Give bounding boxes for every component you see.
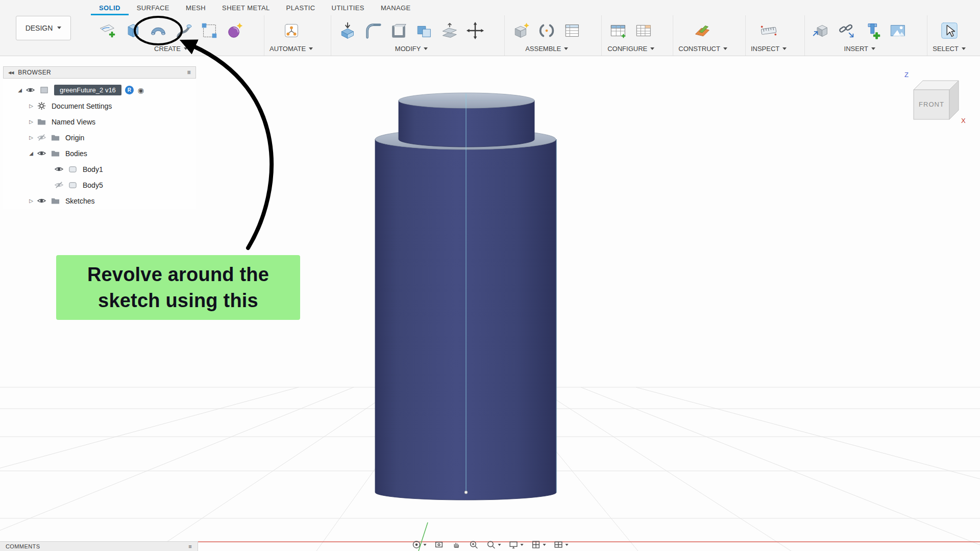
browser-panel: ◀◀ BROWSER ≡ ◢ greenFuture_2 v16 R ◉ ▷ D…	[3, 66, 196, 209]
collapse-panel-icon[interactable]: ◀◀	[8, 70, 13, 75]
sketch-point[interactable]	[464, 491, 468, 494]
tab-utilities[interactable]: UTILITIES	[324, 0, 373, 15]
browser-header: ◀◀ BROWSER ≡	[3, 66, 196, 79]
chevron-down-icon	[424, 47, 428, 50]
joint-icon[interactable]	[535, 19, 558, 42]
new-component-icon[interactable]	[510, 19, 532, 42]
bom-icon[interactable]	[561, 19, 583, 42]
insert-dropdown[interactable]: INSERT	[844, 45, 875, 54]
body1-model[interactable]	[375, 93, 556, 500]
chevron-down-icon	[543, 544, 546, 546]
configure-dropdown[interactable]: CONFIGURE	[607, 45, 654, 54]
visibility-eye-off-icon[interactable]	[54, 180, 64, 190]
shell-icon[interactable]	[387, 19, 410, 42]
insert-link-icon[interactable]	[836, 19, 858, 42]
toolbar-group-configure: CONFIGURE	[601, 15, 660, 56]
toolbar-group-automate: AUTOMATE	[264, 15, 318, 56]
revolve-icon[interactable]	[147, 19, 169, 42]
tab-manage[interactable]: MANAGE	[373, 0, 419, 15]
tab-sheet-metal[interactable]: SHEET METAL	[214, 0, 278, 15]
toolbar-group-insert: INSERT	[804, 15, 914, 56]
expand-collapse-icon[interactable]: ▷	[26, 198, 37, 204]
chevron-down-icon	[498, 544, 501, 546]
grid-display-button[interactable]	[531, 540, 546, 549]
zoom-button[interactable]	[469, 540, 479, 549]
offset-face-icon[interactable]	[438, 19, 461, 42]
configuration-table-icon[interactable]	[632, 19, 655, 42]
browser-row-document[interactable]: ◢ greenFuture_2 v16 R ◉	[3, 82, 196, 98]
assemble-dropdown[interactable]: ASSEMBLE	[525, 45, 568, 54]
construct-dropdown[interactable]: CONSTRUCT	[678, 45, 727, 54]
chevron-down-icon	[650, 47, 654, 50]
create-sketch-icon[interactable]	[96, 19, 118, 42]
extrude-icon[interactable]	[121, 19, 144, 42]
navigation-bar	[412, 540, 569, 549]
automate-dropdown[interactable]: AUTOMATE	[270, 45, 313, 54]
fit-button[interactable]	[486, 540, 501, 549]
move-copy-icon[interactable]	[464, 19, 486, 42]
expand-collapse-icon[interactable]: ▷	[26, 135, 37, 140]
expand-collapse-icon[interactable]: ◢	[14, 87, 26, 93]
tab-mesh[interactable]: MESH	[178, 0, 214, 15]
browser-row-body1[interactable]: Body1	[3, 161, 196, 177]
viewcube[interactable]: FRONT Z X	[901, 70, 969, 133]
orbit-button[interactable]	[412, 540, 427, 549]
browser-row-sketches[interactable]: ▷ Sketches	[3, 193, 196, 209]
chevron-down-icon	[782, 47, 787, 50]
tab-surface[interactable]: SURFACE	[129, 0, 178, 15]
visibility-eye-icon[interactable]	[54, 164, 64, 174]
create-dropdown[interactable]: CREATE	[154, 45, 188, 54]
measure-icon[interactable]	[757, 19, 780, 42]
insert-manage-icon[interactable]	[861, 19, 884, 42]
tab-solid[interactable]: SOLID	[91, 0, 129, 15]
comments-bar[interactable]: COMMENTS ≡	[0, 541, 198, 551]
toolbar-group-modify: MODIFY	[331, 15, 492, 56]
pan-button[interactable]	[452, 540, 461, 549]
viewports-button[interactable]	[554, 540, 569, 549]
ribbon-toolbar: DESIGN SOLID SURFACE MESH SHEET METAL PL…	[0, 0, 980, 56]
expand-collapse-icon[interactable]: ▷	[26, 103, 37, 109]
browser-row-document-settings[interactable]: ▷ Document Settings	[3, 98, 196, 114]
chevron-down-icon	[184, 47, 188, 50]
select-cursor-icon[interactable]	[938, 19, 961, 42]
browser-row-origin[interactable]: ▷ Origin	[3, 130, 196, 145]
toolbar-group-select: SELECT	[927, 15, 971, 56]
design-menu-area: DESIGN	[0, 0, 87, 56]
design-workspace-dropdown[interactable]: DESIGN	[16, 16, 71, 40]
document-icon	[39, 85, 49, 95]
browser-row-named-views[interactable]: ▷ Named Views	[3, 114, 196, 130]
create-form-icon[interactable]	[224, 19, 246, 42]
select-dropdown[interactable]: SELECT	[933, 45, 966, 54]
chevron-down-icon	[566, 544, 569, 546]
inspect-dropdown[interactable]: INSPECT	[751, 45, 787, 54]
modify-dropdown[interactable]: MODIFY	[395, 45, 428, 54]
expand-collapse-icon[interactable]: ◢	[26, 151, 37, 156]
document-name[interactable]: greenFuture_2 v16	[54, 85, 121, 95]
expand-collapse-icon[interactable]: ▷	[26, 119, 37, 124]
visibility-eye-off-icon[interactable]	[37, 133, 46, 142]
comments-grip-icon[interactable]: ≡	[188, 543, 192, 549]
look-at-button[interactable]	[434, 540, 444, 549]
panel-grip-icon[interactable]: ≡	[187, 69, 191, 76]
canvas-icon[interactable]	[887, 19, 909, 42]
combine-icon[interactable]	[413, 19, 435, 42]
visibility-eye-icon[interactable]	[37, 148, 46, 158]
press-pull-icon[interactable]	[336, 19, 359, 42]
browser-row-bodies[interactable]: ◢ Bodies	[3, 145, 196, 161]
visibility-eye-icon[interactable]	[37, 196, 46, 206]
display-settings-button[interactable]	[509, 540, 524, 549]
viewport[interactable]: ◀◀ BROWSER ≡ ◢ greenFuture_2 v16 R ◉ ▷ D…	[0, 56, 980, 551]
fillet-icon[interactable]	[362, 19, 384, 42]
browser-row-body5[interactable]: Body5	[3, 177, 196, 193]
construct-plane-icon[interactable]	[692, 19, 714, 42]
activate-radio-icon[interactable]: ◉	[138, 86, 144, 94]
visibility-eye-icon[interactable]	[26, 85, 35, 95]
rectangular-pattern-icon[interactable]	[198, 19, 220, 42]
automate-icon[interactable]	[280, 19, 303, 42]
tab-plastic[interactable]: PLASTIC	[278, 0, 324, 15]
insert-derive-icon[interactable]	[810, 19, 832, 42]
configure-icon[interactable]	[607, 19, 629, 42]
chevron-down-icon	[57, 27, 61, 29]
comments-label: COMMENTS	[6, 543, 40, 549]
sweep-icon[interactable]	[173, 19, 195, 42]
